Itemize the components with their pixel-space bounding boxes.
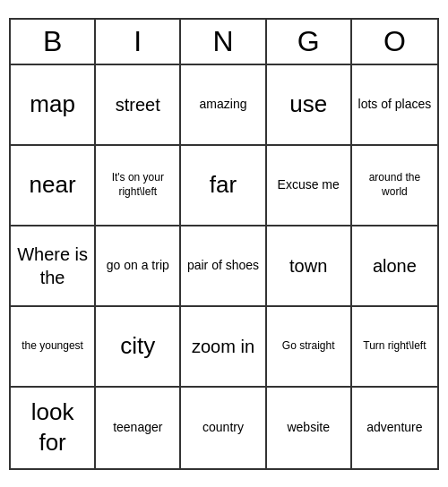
bingo-cell: street xyxy=(96,65,181,146)
bingo-cell: adventure xyxy=(352,388,437,468)
bingo-cell: the youngest xyxy=(11,307,96,388)
bingo-card: BINGO mapstreetamazinguselots of placesn… xyxy=(9,18,439,470)
bingo-cell: Go straight xyxy=(267,307,352,388)
bingo-cell: city xyxy=(96,307,181,388)
header-letter: G xyxy=(267,20,352,64)
bingo-cell: alone xyxy=(352,226,437,307)
bingo-cell: lots of places xyxy=(352,65,437,146)
bingo-cell: Excuse me xyxy=(267,146,352,226)
bingo-cell: far xyxy=(181,146,266,226)
bingo-cell: zoom in xyxy=(181,307,266,388)
bingo-cell: go on a trip xyxy=(96,226,181,307)
bingo-grid: mapstreetamazinguselots of placesnearIt'… xyxy=(11,65,437,468)
bingo-cell: Turn right\left xyxy=(352,307,437,388)
bingo-cell: around the world xyxy=(352,146,437,226)
bingo-cell: use xyxy=(267,65,352,146)
bingo-cell: town xyxy=(267,226,352,307)
bingo-header: BINGO xyxy=(11,20,437,65)
bingo-cell: amazing xyxy=(181,65,266,146)
bingo-cell: pair of shoes xyxy=(181,226,266,307)
bingo-cell: look for xyxy=(11,388,96,468)
bingo-cell: It's on your right\left xyxy=(96,146,181,226)
bingo-cell: country xyxy=(181,388,266,468)
bingo-cell: near xyxy=(11,146,96,226)
header-letter: B xyxy=(11,20,96,64)
header-letter: I xyxy=(96,20,181,64)
bingo-cell: Where is the xyxy=(11,226,96,307)
bingo-cell: map xyxy=(11,65,96,146)
header-letter: O xyxy=(352,20,437,64)
bingo-cell: website xyxy=(267,388,352,468)
header-letter: N xyxy=(181,20,266,64)
bingo-cell: teenager xyxy=(96,388,181,468)
